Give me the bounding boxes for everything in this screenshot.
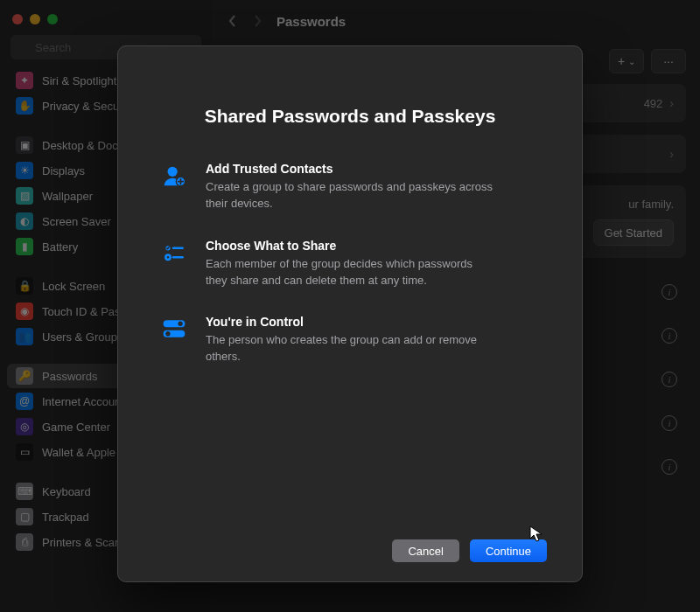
svg-point-2 — [168, 167, 178, 177]
info-icon: i — [662, 459, 677, 475]
feature-text: Create a group to share passwords and pa… — [206, 179, 494, 212]
sidebar-item-label: Passwords — [42, 370, 98, 383]
sidebar-item-label: Siri & Spotlight — [42, 74, 116, 87]
chevron-right-icon: › — [669, 147, 674, 161]
sidebar-item-icon: @ — [16, 393, 33, 410]
sidebar-item-icon: ⌨ — [16, 483, 33, 500]
sidebar-item-label: Screen Saver — [42, 215, 111, 228]
cancel-button[interactable]: Cancel — [392, 539, 458, 562]
sidebar-item-icon: ◉ — [16, 303, 33, 320]
family-hint-text: ur family. — [628, 198, 674, 211]
info-icon: i — [662, 415, 677, 431]
sidebar-item-label: Wallpaper — [42, 190, 93, 203]
shared-passwords-modal: Shared Passwords and Passkeys Add Truste… — [117, 45, 583, 582]
info-icon: i — [662, 328, 677, 344]
sidebar-item-icon: ▮ — [16, 238, 33, 255]
svg-point-11 — [165, 331, 170, 336]
svg-point-6 — [165, 254, 170, 259]
page-title: Passwords — [276, 14, 346, 29]
sidebar-item-icon: 🔒 — [16, 277, 33, 295]
sidebar-item-icon: ▣ — [16, 136, 33, 154]
chevron-right-icon: › — [669, 96, 674, 110]
continue-button[interactable]: Continue — [470, 539, 547, 562]
zoom-window-button[interactable] — [47, 14, 58, 24]
sidebar-item-icon: ▨ — [16, 187, 33, 205]
feature-title: You're in Control — [206, 315, 494, 329]
feature-text: The person who creates the group can add… — [206, 332, 494, 365]
sidebar-item-icon: ⎙ — [16, 533, 33, 551]
sidebar-item-label: Lock Screen — [42, 280, 105, 293]
count-badge: 492 — [644, 97, 663, 110]
sidebar-item-icon: ▢ — [16, 508, 33, 525]
sidebar-item-label: Game Center — [42, 421, 110, 434]
info-icon: i — [662, 284, 677, 300]
minimize-window-button[interactable] — [30, 14, 40, 24]
list-checklist-icon — [160, 239, 188, 267]
get-started-button[interactable]: Get Started — [593, 219, 674, 246]
sidebar-item-label: Battery — [42, 240, 78, 254]
sidebar-item-icon: ☀ — [16, 162, 33, 179]
sidebar-item-icon: 👥 — [16, 328, 33, 345]
svg-point-9 — [178, 322, 182, 326]
person-add-icon — [160, 162, 188, 190]
add-button[interactable]: +⌄ — [609, 49, 644, 73]
sidebar-item-icon: ✋ — [16, 97, 33, 115]
sidebar-item-icon: ✦ — [16, 72, 33, 89]
sidebar-item-icon: ◎ — [16, 418, 33, 435]
sidebar-item-label: Desktop & Dock — [42, 139, 123, 152]
feature-choose-share: Choose What to Share Each member of the … — [153, 239, 547, 289]
sidebar-item-label: Keyboard — [42, 485, 91, 498]
sidebar-item-icon: ◐ — [16, 212, 33, 230]
toggles-icon — [160, 315, 188, 343]
sidebar-item-label: Displays — [42, 164, 85, 177]
sidebar-item-icon: ▭ — [16, 443, 33, 461]
modal-title: Shared Passwords and Passkeys — [153, 106, 547, 127]
window-controls — [0, 7, 212, 35]
feature-title: Choose What to Share — [206, 239, 494, 253]
close-window-button[interactable] — [12, 14, 23, 24]
more-button[interactable]: ··· — [651, 49, 686, 73]
feature-title: Add Trusted Contacts — [206, 162, 494, 176]
settings-window: ✦Siri & Spotlight✋Privacy & Security▣Des… — [0, 0, 700, 612]
sidebar-item-label: Users & Groups — [42, 330, 122, 344]
feature-trusted-contacts: Add Trusted Contacts Create a group to s… — [153, 162, 547, 212]
feature-control: You're in Control The person who creates… — [153, 315, 547, 365]
info-icon: i — [662, 372, 677, 387]
sidebar-item-icon: 🔑 — [16, 367, 33, 385]
back-button[interactable] — [228, 14, 238, 28]
sidebar-item-label: Trackpad — [42, 511, 89, 524]
forward-button[interactable] — [252, 14, 262, 28]
feature-text: Each member of the group decides which p… — [206, 256, 494, 289]
